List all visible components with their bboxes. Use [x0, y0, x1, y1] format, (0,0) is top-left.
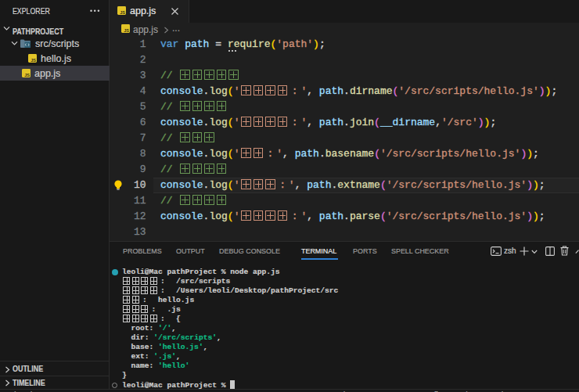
svg-text:JS: JS	[31, 58, 36, 63]
svg-text:JS: JS	[124, 28, 129, 33]
svg-text:JS: JS	[120, 10, 125, 15]
svg-text:JS: JS	[24, 73, 30, 77]
